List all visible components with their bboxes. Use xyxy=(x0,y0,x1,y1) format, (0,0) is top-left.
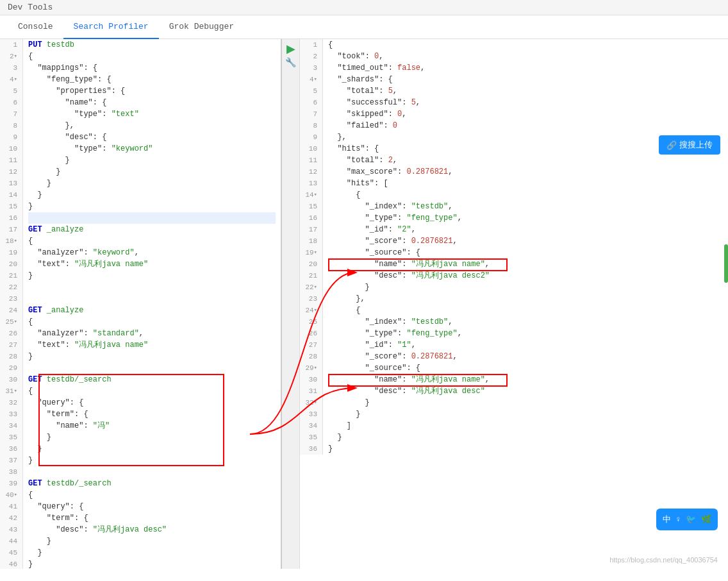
tabs: Console Search Profiler Grok Debugger xyxy=(0,15,728,39)
tab-grok-debugger[interactable]: Grok Debugger xyxy=(159,15,244,39)
right-editor-panel: 1234567891011121314151617181920212223242… xyxy=(300,39,728,569)
scroll-accent xyxy=(724,244,728,283)
sticker[interactable]: 中 ♀ 🐦 🌿 xyxy=(656,509,718,530)
upload-icon: 🔗 xyxy=(666,140,677,150)
title-bar: Dev Tools xyxy=(0,0,728,15)
wrench-button[interactable]: 🔧 xyxy=(285,57,296,67)
tab-console[interactable]: Console xyxy=(8,15,63,39)
watermark: https://blog.csdn.net/qq_40036754 xyxy=(609,556,718,564)
tab-search-profiler[interactable]: Search Profiler xyxy=(63,15,159,39)
divider-panel: ▶ 🔧 xyxy=(282,39,300,569)
run-button[interactable]: ▶ xyxy=(286,43,295,55)
left-editor-panel: 1234567891011121314151617181920212223242… xyxy=(0,39,282,569)
upload-button[interactable]: 🔗 搜搜上传 xyxy=(659,135,720,155)
app-title: Dev Tools xyxy=(8,3,53,12)
